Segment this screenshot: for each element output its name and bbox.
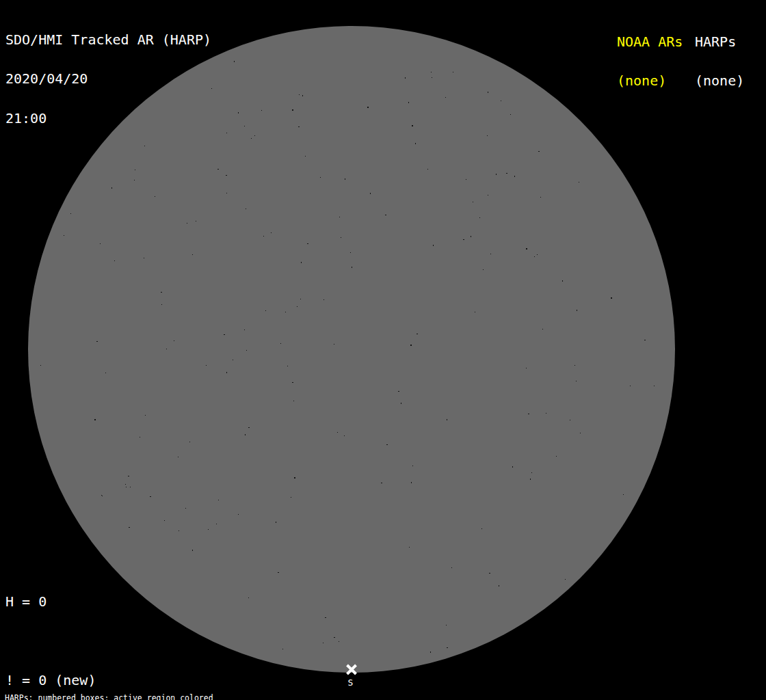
magnetic-speck: [211, 88, 212, 89]
magnetic-speck: [178, 457, 179, 457]
magnetic-speck: [145, 415, 146, 416]
magnetic-speck: [238, 112, 239, 113]
magnetic-speck: [510, 114, 511, 115]
magnetic-speck: [161, 304, 162, 305]
magnetic-speck: [105, 373, 106, 373]
magnetic-speck: [538, 151, 540, 152]
magnetic-speck: [244, 126, 245, 126]
magnetic-speck: [339, 641, 339, 642]
magnetic-speck: [254, 135, 255, 136]
magnetic-speck: [192, 550, 193, 551]
magnetic-speck: [297, 306, 298, 307]
magnetic-speck: [298, 126, 300, 127]
magnetic-speck: [278, 572, 279, 573]
magnetic-speck: [367, 107, 369, 108]
magnetic-speck: [134, 180, 135, 180]
noaa-ars-label: NOAA ARs: [617, 36, 683, 49]
magnetic-speck: [305, 156, 306, 157]
magnetic-speck: [580, 433, 581, 433]
footnotes: HARPs: numbered boxes; active region col…: [5, 677, 280, 700]
magnetic-speck: [125, 484, 126, 485]
magnetic-speck: [280, 343, 281, 344]
magnetic-speck: [344, 435, 345, 436]
magnetic-speck: [370, 193, 371, 194]
magnetic-speck: [292, 109, 293, 111]
magnetic-speck: [432, 77, 432, 78]
magnetic-speck: [475, 312, 475, 312]
magnetic-speck: [287, 366, 288, 366]
magnetic-speck: [192, 254, 193, 255]
magnetic-speck: [537, 254, 538, 255]
magnetic-speck: [473, 202, 473, 202]
magnetic-speck: [496, 174, 497, 175]
magnetic-speck: [196, 221, 196, 221]
magnetic-speck: [307, 243, 308, 244]
magnetic-speck: [405, 77, 406, 79]
magnetic-speck: [488, 195, 488, 196]
magnetic-speck: [320, 177, 321, 178]
magnetic-speck: [644, 340, 646, 340]
magnetic-speck: [487, 135, 488, 136]
magnetic-speck: [140, 437, 140, 438]
magnetic-speck: [611, 297, 612, 299]
magnetic-speck: [218, 500, 219, 500]
magnetic-speck: [244, 329, 245, 330]
magnetic-speck: [263, 236, 264, 237]
magnetic-speck: [570, 420, 570, 420]
magnetic-speck: [337, 432, 338, 433]
magnetic-speck: [166, 349, 167, 349]
magnetic-speck: [155, 196, 155, 197]
magnetic-speck: [574, 365, 575, 366]
magnetic-speck: [248, 427, 250, 428]
magnetic-speck: [445, 97, 446, 98]
magnetic-speck: [216, 524, 217, 524]
harps-label: HARPs: [695, 36, 744, 49]
magnetic-speck: [398, 391, 399, 392]
magnetic-speck: [291, 497, 291, 498]
magnetic-speck: [630, 386, 631, 386]
magnetic-speck: [226, 133, 227, 133]
magnetic-speck: [526, 368, 527, 368]
magnetic-speck: [471, 236, 471, 237]
magnetic-speck: [300, 299, 301, 299]
magnetic-speck: [64, 235, 64, 236]
solar-disk-view: SDO/HMI Tracked AR (HARP) 2020/04/20 21:…: [0, 0, 766, 700]
magnetic-speck: [128, 476, 129, 476]
magnetic-speck: [208, 529, 209, 530]
magnetic-speck: [226, 372, 227, 373]
magnetic-speck: [408, 102, 409, 103]
magnetic-speck: [96, 341, 98, 342]
magnetic-speck: [323, 643, 323, 643]
magnetic-speck: [577, 310, 577, 311]
magnetic-speck: [217, 169, 219, 170]
magnetic-speck: [94, 419, 96, 420]
magnetic-speck: [562, 280, 563, 282]
magnetic-speck: [506, 173, 507, 174]
magnetic-speck: [481, 528, 482, 529]
magnetic-speck: [451, 567, 452, 568]
page-title: SDO/HMI Tracked AR (HARP): [5, 33, 211, 46]
south-pole-cross-icon: [345, 664, 358, 675]
noaa-ars-value: (none): [617, 75, 683, 88]
magnetic-speck: [285, 312, 286, 312]
magnetic-speck: [350, 252, 351, 253]
magnetic-speck: [490, 254, 491, 254]
magnetic-speck: [126, 487, 127, 487]
magnetic-speck: [251, 138, 252, 139]
noaa-ars-counter: NOAA ARs (none): [617, 9, 683, 114]
magnetic-speck: [323, 299, 324, 300]
magnetic-speck: [299, 94, 300, 95]
harps-counter: HARPs (none): [695, 9, 744, 114]
magnetic-speck: [576, 381, 577, 381]
magnetic-speck: [206, 365, 207, 366]
magnetic-speck: [565, 579, 566, 580]
magnetic-speck: [246, 350, 247, 351]
magnetic-speck: [226, 175, 227, 176]
magnetic-speck: [301, 262, 302, 263]
magnetic-speck: [294, 477, 295, 479]
magnetic-speck: [453, 72, 453, 72]
magnetic-speck: [185, 508, 186, 509]
legend-h-count: H = 0: [5, 595, 162, 608]
magnetic-speck: [271, 232, 272, 233]
magnetic-speck: [234, 61, 235, 62]
